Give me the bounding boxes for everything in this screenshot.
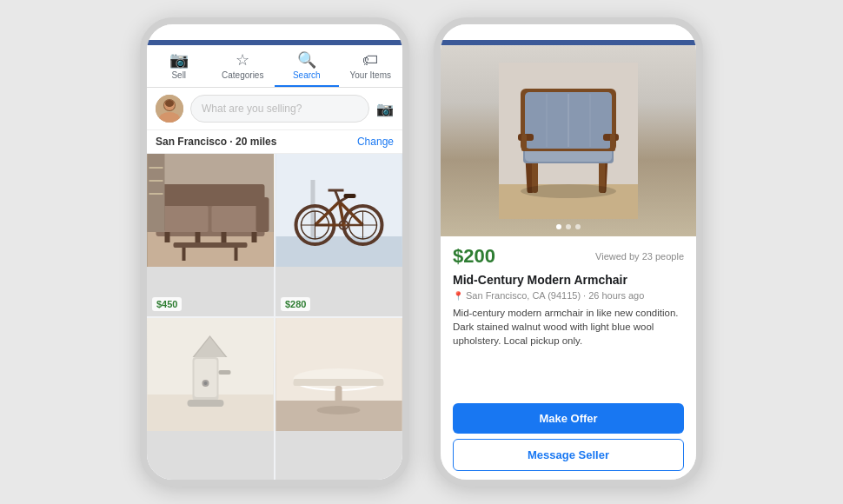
message-seller-button[interactable]: Message Seller bbox=[453, 439, 684, 471]
tab-your-items-label: Your Items bbox=[350, 70, 391, 80]
status-bar-left bbox=[147, 24, 402, 40]
product-description: Mid-century modern armchair in like new … bbox=[453, 306, 684, 348]
sell-input[interactable]: What are you selling? bbox=[190, 95, 369, 123]
tab-search-label: Search bbox=[293, 70, 321, 80]
sell-placeholder: What are you selling? bbox=[202, 103, 302, 115]
action-buttons: Make Offer Message Seller bbox=[441, 403, 696, 480]
dot-3 bbox=[575, 224, 581, 229]
location-text: San Francisco · 20 miles bbox=[156, 136, 276, 148]
svg-rect-52 bbox=[219, 370, 231, 375]
phone-left: 📷 Sell ☆ Categories 🔍 Search 🏷 Your Item… bbox=[140, 17, 409, 487]
product-price: $200 bbox=[453, 245, 495, 268]
dot-1 bbox=[556, 224, 561, 229]
image-dots bbox=[556, 224, 581, 229]
svg-rect-18 bbox=[183, 248, 186, 261]
listing-image-sofa bbox=[147, 154, 274, 267]
viewed-by-text: Viewed by 23 people bbox=[595, 251, 684, 262]
phone-left-content: What are you selling? 📷 San Francisco · … bbox=[147, 88, 402, 480]
tab-your-items[interactable]: 🏷 Your Items bbox=[339, 45, 403, 87]
categories-icon: ☆ bbox=[236, 52, 249, 68]
tab-search[interactable]: 🔍 Search bbox=[275, 45, 339, 87]
listing-item-lamp[interactable] bbox=[147, 318, 274, 481]
product-title: Mid-Century Modern Armchair bbox=[453, 273, 684, 287]
svg-rect-8 bbox=[156, 184, 265, 206]
search-icon: 🔍 bbox=[297, 52, 316, 68]
svg-rect-12 bbox=[256, 197, 269, 232]
listing-item-sofa[interactable]: $450 bbox=[147, 154, 274, 316]
tab-sell-label: Sell bbox=[171, 70, 186, 80]
listing-price-bike: $280 bbox=[281, 297, 310, 311]
svg-point-4 bbox=[165, 100, 174, 107]
svg-rect-19 bbox=[235, 248, 238, 261]
tab-categories-label: Categories bbox=[222, 70, 263, 80]
svg-rect-9 bbox=[158, 206, 209, 232]
svg-rect-22 bbox=[149, 180, 163, 182]
listing-item-table[interactable] bbox=[275, 318, 402, 481]
detail-view: $200 Viewed by 23 people Mid-Century Mod… bbox=[441, 45, 696, 480]
listing-image-bike bbox=[275, 154, 402, 267]
svg-point-81 bbox=[521, 184, 616, 198]
svg-rect-79 bbox=[521, 134, 527, 151]
price-row: $200 Viewed by 23 people bbox=[453, 245, 684, 268]
svg-rect-23 bbox=[149, 193, 163, 195]
phone-right: $200 Viewed by 23 people Mid-Century Mod… bbox=[434, 17, 703, 487]
product-location: San Francisco, CA (94115) bbox=[466, 290, 581, 301]
svg-rect-16 bbox=[252, 232, 257, 242]
svg-rect-27 bbox=[311, 180, 315, 236]
user-avatar bbox=[156, 95, 183, 123]
sell-icon: 📷 bbox=[169, 52, 189, 68]
svg-rect-13 bbox=[165, 232, 170, 242]
svg-rect-61 bbox=[294, 379, 384, 386]
dot-2 bbox=[566, 224, 571, 229]
product-meta: 📍 San Francisco, CA (94115) · 26 hours a… bbox=[453, 290, 684, 301]
svg-rect-53 bbox=[188, 400, 224, 407]
tab-categories[interactable]: ☆ Categories bbox=[211, 45, 275, 87]
product-image-area bbox=[441, 45, 696, 236]
svg-rect-17 bbox=[174, 242, 248, 248]
make-offer-button[interactable]: Make Offer bbox=[453, 403, 684, 434]
tab-sell[interactable]: 📷 Sell bbox=[147, 45, 211, 87]
detail-info: $200 Viewed by 23 people Mid-Century Mod… bbox=[441, 236, 696, 403]
svg-rect-40 bbox=[344, 194, 356, 198]
svg-rect-80 bbox=[610, 134, 615, 151]
chair-image bbox=[499, 63, 638, 219]
svg-rect-15 bbox=[222, 232, 227, 242]
time-separator: · bbox=[583, 290, 586, 301]
svg-rect-25 bbox=[276, 236, 402, 267]
listings-grid: $450 bbox=[147, 154, 402, 480]
phones-container: 📷 Sell ☆ Categories 🔍 Search 🏷 Your Item… bbox=[140, 17, 703, 487]
svg-rect-10 bbox=[212, 206, 262, 232]
status-bar-right bbox=[441, 24, 696, 40]
your-items-icon: 🏷 bbox=[362, 52, 378, 68]
listing-item-bike[interactable]: $280 bbox=[275, 154, 402, 316]
change-location-button[interactable]: Change bbox=[357, 136, 394, 148]
listing-image-table bbox=[275, 318, 402, 431]
svg-rect-14 bbox=[196, 232, 201, 242]
product-time-ago: 26 hours ago bbox=[588, 290, 644, 301]
location-bar: San Francisco · 20 miles Change bbox=[147, 130, 402, 154]
listing-image-lamp bbox=[147, 318, 274, 431]
listing-price-sofa: $450 bbox=[152, 297, 182, 311]
svg-rect-21 bbox=[149, 167, 163, 169]
svg-point-55 bbox=[204, 381, 208, 385]
nav-tabs: 📷 Sell ☆ Categories 🔍 Search 🏷 Your Item… bbox=[147, 45, 402, 88]
svg-rect-49 bbox=[195, 359, 217, 397]
svg-point-63 bbox=[317, 406, 361, 414]
pin-icon: 📍 bbox=[453, 291, 463, 301]
camera-icon[interactable]: 📷 bbox=[376, 101, 394, 117]
search-bar: What are you selling? 📷 bbox=[147, 88, 402, 130]
